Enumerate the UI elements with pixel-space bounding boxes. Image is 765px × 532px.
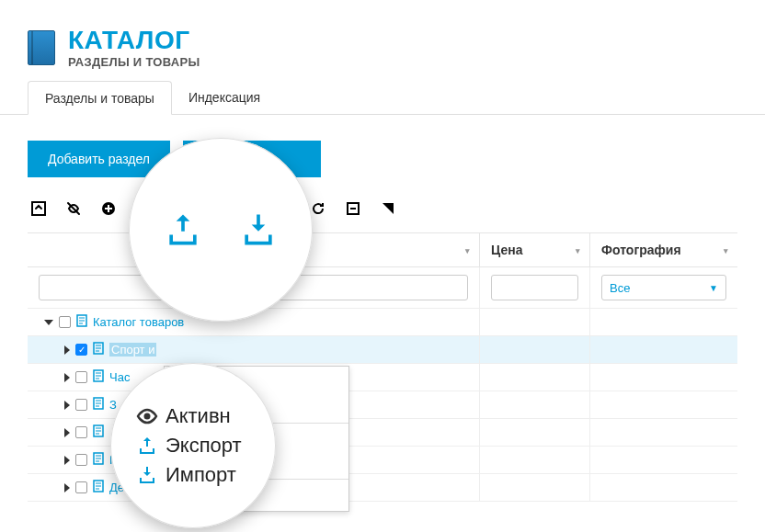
tree-label[interactable]: Каталог товаров — [93, 315, 184, 329]
expander-icon[interactable] — [64, 428, 70, 437]
catalog-book-icon — [28, 30, 55, 65]
column-header-price[interactable]: Цена ▾ — [480, 233, 590, 267]
tree-label[interactable]: З — [109, 398, 117, 412]
tree-row[interactable]: Спорт и — [28, 336, 737, 364]
row-checkbox[interactable] — [75, 426, 87, 438]
sort-caret-icon[interactable]: ▾ — [724, 246, 728, 255]
filter-price-input[interactable] — [491, 275, 578, 300]
open-window-icon[interactable] — [31, 201, 46, 216]
magnifier-label-export: Экспорт — [166, 434, 242, 458]
doc-icon — [93, 397, 104, 413]
magnifier-bottom: Активн Экспорт Импорт — [110, 363, 276, 528]
tree-label[interactable]: Час — [109, 370, 130, 384]
expander-icon[interactable] — [44, 320, 53, 325]
row-checkbox[interactable] — [75, 481, 87, 493]
expander-icon[interactable] — [64, 345, 70, 355]
doc-icon — [93, 342, 104, 357]
refresh-icon[interactable] — [311, 201, 325, 216]
row-checkbox[interactable] — [59, 316, 71, 328]
page-subtitle: РАЗДЕЛЫ И ТОВАРЫ — [68, 55, 200, 69]
sort-caret-icon[interactable]: ▾ — [465, 246, 470, 255]
tab-bar: Разделы и товары Индексация — [0, 80, 765, 115]
expander-icon[interactable] — [64, 456, 70, 465]
export-icon — [136, 435, 158, 457]
expander-icon[interactable] — [64, 373, 70, 382]
tab-sections-products[interactable]: Разделы и товары — [28, 81, 172, 115]
row-checkbox[interactable] — [75, 344, 87, 356]
row-checkbox[interactable] — [75, 454, 87, 466]
expander-icon[interactable] — [64, 483, 70, 492]
add-icon[interactable] — [101, 201, 116, 216]
filter-price-cell — [480, 267, 590, 309]
doc-icon — [76, 314, 87, 330]
expander-icon[interactable] — [64, 401, 70, 410]
toolbar — [0, 194, 765, 232]
row-checkbox[interactable] — [75, 371, 87, 383]
page-title: КАТАЛОГ — [68, 26, 200, 55]
eye-icon — [136, 405, 158, 427]
invert-icon[interactable] — [381, 201, 395, 216]
sort-caret-icon[interactable]: ▾ — [576, 246, 580, 255]
collapse-icon[interactable] — [346, 201, 360, 216]
action-buttons: Добавить раздел — [0, 115, 765, 194]
import-icon — [238, 209, 279, 250]
page-header: КАТАЛОГ РАЗДЕЛЫ И ТОВАРЫ — [0, 0, 765, 80]
doc-icon — [93, 452, 104, 468]
tree-label[interactable]: Спорт и — [109, 343, 156, 357]
magnifier-label-active: Активн — [166, 404, 231, 428]
tab-indexing[interactable]: Индексация — [172, 81, 277, 115]
hide-icon[interactable] — [66, 201, 81, 216]
doc-icon — [93, 424, 104, 440]
column-header-photo[interactable]: Фотография ▾ — [590, 233, 737, 267]
filter-photo-select[interactable]: Все ▼ — [601, 275, 726, 300]
import-icon — [136, 464, 158, 486]
magnifier-label-import: Импорт — [166, 463, 236, 487]
export-icon — [163, 209, 203, 250]
doc-icon — [93, 480, 104, 495]
tree-row-root[interactable]: Каталог товаров — [28, 309, 737, 336]
row-checkbox[interactable] — [75, 399, 87, 411]
magnifier-top — [129, 138, 313, 322]
filter-photo-cell: Все ▼ — [590, 267, 737, 309]
doc-icon — [93, 369, 104, 385]
chevron-down-icon: ▼ — [709, 283, 718, 293]
